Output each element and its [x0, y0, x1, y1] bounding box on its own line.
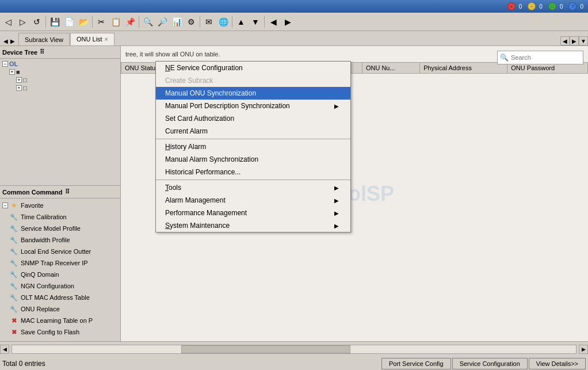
tree-expand-root[interactable]: −	[2, 61, 8, 67]
toolbar-forward-btn[interactable]: ▷	[16, 15, 29, 29]
cmd-bandwidth-profile[interactable]: 🔧 Bandwidth Profile	[8, 234, 119, 246]
menu-manual-onu-label: Manual ONU Synchronization	[165, 89, 256, 97]
search-icon: 🔍	[500, 54, 509, 62]
yellow-min-btn[interactable]: −	[528, 2, 536, 10]
service-configuration-btn[interactable]: Service Configuration	[452, 358, 528, 369]
tab-nav-prev[interactable]: ◀	[560, 36, 570, 45]
drag-handle: ⠿	[40, 48, 44, 56]
green-max-btn[interactable]: □	[548, 2, 556, 10]
cmd-favorite-expand[interactable]: −	[2, 203, 8, 208]
scroll-right-btn[interactable]: ▶	[579, 345, 588, 354]
menu-ne-service[interactable]: NE Service Configuration	[156, 62, 350, 74]
tab-bar: ◀ ▶ Subrack View ONU List × ◀ ▶ ▼	[0, 31, 588, 46]
toolbar-save-btn[interactable]: 💾	[48, 15, 62, 29]
cmd-save-config[interactable]: ✖ Save Config to Flash	[8, 326, 119, 338]
menu-perf-mgmt[interactable]: Performance Management ▶	[156, 207, 350, 219]
cmd-time-calibration[interactable]: 🔧 Time Calibration	[8, 211, 119, 223]
toolbar-new-btn[interactable]: 📄	[62, 15, 76, 29]
search-input[interactable]	[511, 54, 580, 61]
cmd-favorite-folder[interactable]: − ★ Favorite	[1, 200, 119, 211]
tree-item-2[interactable]: + □	[15, 76, 119, 84]
menu-perf-mgmt-label: Performance Management	[165, 209, 247, 217]
scrollbar-row: ◀ ▶	[0, 342, 588, 356]
menu-history-alarm[interactable]: History Alarm	[156, 140, 350, 153]
toolbar-email-btn[interactable]: ✉	[202, 15, 216, 29]
toolbar-prev-btn[interactable]: ◀	[266, 15, 280, 29]
tree-expand-1[interactable]: +	[9, 69, 15, 75]
tab-nav-down[interactable]: ▼	[579, 36, 588, 45]
view-details-btn[interactable]: View Details>>	[529, 358, 586, 369]
menu-alarm-mgmt[interactable]: Alarm Management ▶	[156, 194, 350, 207]
cmd-save-config-icon: ✖	[9, 327, 18, 337]
menu-create-subrack: Create Subrack	[156, 74, 350, 87]
common-command-tree: − ★ Favorite 🔧 Time Calibration 🔧 Servic…	[0, 199, 120, 341]
red-close-btn[interactable]: ×	[507, 2, 516, 10]
toolbar-next-btn[interactable]: ▶	[281, 15, 295, 29]
tree-item-3-label: □	[23, 85, 27, 91]
toolbar-paste-btn[interactable]: 📌	[123, 15, 137, 29]
port-service-config-btn[interactable]: Port Service Config	[381, 358, 451, 369]
cmd-ngn-icon: 🔧	[9, 281, 18, 291]
tree-expand-3[interactable]: +	[16, 85, 22, 91]
cmd-local-end[interactable]: 🔧 Local End Service Outter	[8, 246, 119, 257]
toolbar-globe-btn[interactable]: 🌐	[216, 15, 230, 29]
menu-set-card-auth[interactable]: Set Card Authorization	[156, 112, 350, 125]
toolbar-zoom-btn[interactable]: 🔎	[155, 15, 169, 29]
cmd-qinq-label: QinQ Domain	[21, 271, 59, 278]
cmd-onu-replace[interactable]: 🔧 ONU Replace	[8, 303, 119, 315]
tab-nav-next[interactable]: ▶	[570, 36, 579, 45]
menu-tools[interactable]: Tools ▶	[156, 181, 350, 194]
tree-item-3[interactable]: + □	[15, 84, 119, 92]
cmd-snmp-trap[interactable]: 🔧 SNMP Trap Receiver IP	[8, 257, 119, 269]
cmd-service-model-profile[interactable]: 🔧 Service Model Profile	[8, 223, 119, 234]
blue-btn[interactable]: ?	[568, 2, 576, 10]
cmd-qinq-icon: 🔧	[9, 270, 18, 279]
cmd-qinq[interactable]: 🔧 QinQ Domain	[8, 269, 119, 280]
toolbar-search-btn[interactable]: 🔍	[141, 15, 155, 29]
service-configuration-label: Service Configuration	[460, 360, 520, 367]
title-bar: × 0 − 0 □ 0 ? 0	[0, 0, 588, 13]
cmd-favorite-label: Favorite	[21, 202, 44, 209]
scroll-left-btn[interactable]: ◀	[0, 345, 9, 354]
cmd-olt-mac[interactable]: 🔧 OLT MAC Address Table	[8, 292, 119, 303]
toolbar-copy-btn[interactable]: 📋	[109, 15, 123, 29]
tab-onu-list[interactable]: ONU List ×	[70, 33, 114, 45]
toolbar-refresh-btn[interactable]: ↺	[30, 15, 44, 29]
cmd-bandwidth-label: Bandwidth Profile	[21, 237, 70, 243]
menu-manual-alarm-sync[interactable]: Manual Alarm Synchronization	[156, 153, 350, 166]
cmd-time-icon: 🔧	[9, 212, 18, 222]
tab-subrack-view[interactable]: Subrack View	[18, 33, 70, 45]
toolbar-open-btn[interactable]: 📂	[77, 15, 90, 29]
toolbar-config-btn[interactable]: ⚙	[184, 15, 198, 29]
tab-subrack-label: Subrack View	[25, 36, 63, 43]
menu-tools-label: Tools	[165, 184, 181, 192]
tree-expand-2[interactable]: +	[16, 77, 22, 83]
toolbar-cut-btn[interactable]: ✂	[94, 15, 108, 29]
tree-item-1[interactable]: + ■	[8, 68, 119, 76]
tree-root-label: OL	[9, 60, 18, 67]
total-entries: Total 0 entries	[2, 360, 45, 368]
menu-historical-perf[interactable]: Historical Performance...	[156, 166, 350, 178]
tab-scroll-right[interactable]: ▶	[9, 37, 16, 45]
toolbar-back-btn[interactable]: ◁	[1, 15, 15, 29]
menu-current-alarm[interactable]: Current Alarm	[156, 125, 350, 138]
horizontal-scrollbar[interactable]	[12, 345, 576, 354]
cmd-local-end-label: Local End Service Outter	[21, 248, 91, 255]
toolbar-up-btn[interactable]: ▲	[234, 15, 248, 29]
red-count: 0	[519, 3, 522, 10]
menu-alarm-mgmt-arrow: ▶	[334, 197, 339, 204]
menu-manual-onu-sync[interactable]: Manual ONU Synchronization	[156, 87, 350, 100]
menu-manual-port-desc[interactable]: Manual Port Description Synchronization …	[156, 100, 350, 112]
tab-scroll-left[interactable]: ◀	[2, 37, 9, 45]
common-command-header: Common Command ⠿	[0, 186, 120, 199]
menu-sys-maint[interactable]: System Maintenance ▶	[156, 219, 350, 232]
toolbar-sep-4	[200, 16, 200, 28]
toolbar-chart-btn[interactable]: 📊	[170, 15, 184, 29]
cmd-mac-learning[interactable]: ✖ MAC Learning Table on P	[8, 315, 119, 326]
toolbar-down-btn[interactable]: ▼	[249, 15, 262, 29]
cmd-ngn[interactable]: 🔧 NGN Configuration	[8, 280, 119, 292]
menu-ne-service-label: NE Service Configuration	[165, 64, 243, 72]
tree-root-item[interactable]: − OL	[1, 60, 119, 68]
menu-sep-1	[156, 139, 350, 139]
tab-onu-close[interactable]: ×	[105, 36, 108, 43]
